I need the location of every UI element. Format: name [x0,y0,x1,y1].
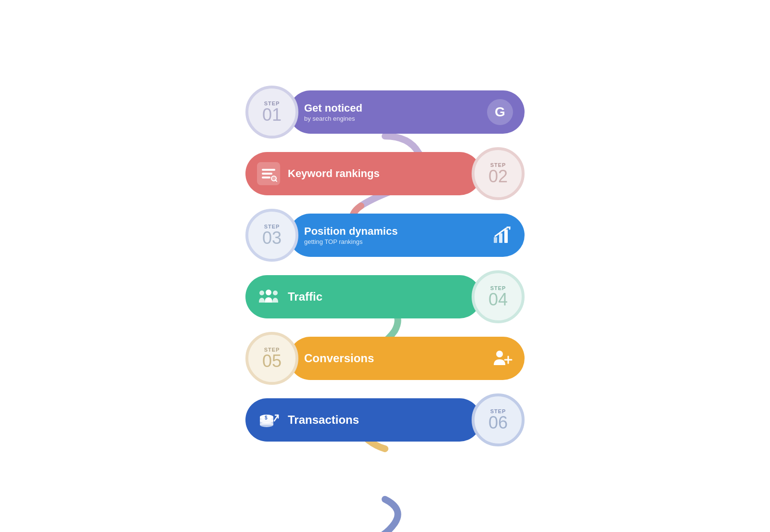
step-6-number: 06 [488,414,508,431]
step-6-row: STEP 06 $ Transactions [245,393,525,446]
step-6-pill: $ Transactions [245,398,481,442]
step-3-title: Position dynamics [304,225,485,238]
step-1-subtitle: by search engines [304,115,481,122]
svg-point-9 [266,290,271,295]
chart-icon [491,224,514,247]
step-4-pill: Traffic [245,275,481,318]
step-4-row: STEP 04 Traffic [245,270,525,323]
step-6-title: Transactions [288,413,359,427]
svg-line-4 [275,180,277,181]
step-2-circle: STEP 02 [472,147,525,200]
step-4-circle: STEP 04 [472,270,525,323]
svg-rect-1 [262,173,272,175]
step-2-number: 02 [488,168,508,185]
step-6-circle: STEP 06 [472,393,525,446]
step-3-row: STEP 03 Position dynamics getting TOP ra… [245,209,525,262]
svg-rect-6 [499,233,502,243]
svg-point-10 [273,291,278,295]
step-1-number: 01 [262,106,282,124]
svg-rect-7 [504,229,508,243]
step-5-row: STEP 05 Conversions [245,332,525,385]
step-5-circle: STEP 05 [245,332,298,385]
step-2-pill: Keyword rankings [245,152,481,195]
step-4-number: 04 [488,291,508,308]
infographic: STEP 01 Get noticed by search engines G … [245,86,525,446]
keyword-icon [257,162,280,185]
step-5-text: Conversions [304,352,485,365]
step-3-subtitle: getting TOP rankings [304,238,485,245]
step-5-title: Conversions [304,352,485,365]
svg-text:$: $ [265,415,268,420]
step-4-title: Traffic [288,290,322,304]
step-3-pill: Position dynamics getting TOP rankings [289,214,525,257]
step-2-row: STEP 02 Keyword rankings [245,147,525,200]
svg-point-8 [259,291,264,295]
svg-point-11 [496,351,503,357]
svg-rect-2 [262,177,270,178]
step-3-text: Position dynamics getting TOP rankings [304,225,485,245]
step-2-title: Keyword rankings [288,167,380,180]
step-3-number: 03 [262,229,282,247]
step-1-row: STEP 01 Get noticed by search engines G [245,86,525,139]
step-1-text: Get noticed by search engines [304,102,481,122]
svg-rect-0 [262,169,275,171]
people-icon [257,285,280,308]
step-5-pill: Conversions [289,337,525,380]
step-1-circle: STEP 01 [245,86,298,139]
step-5-number: 05 [262,353,282,370]
step-3-circle: STEP 03 [245,209,298,262]
step-1-pill: Get noticed by search engines G [289,90,525,134]
money-icon: $ [257,408,280,431]
step-1-title: Get noticed [304,102,481,114]
svg-rect-5 [494,237,497,243]
google-icon: G [487,99,513,125]
person-add-icon [491,347,514,370]
